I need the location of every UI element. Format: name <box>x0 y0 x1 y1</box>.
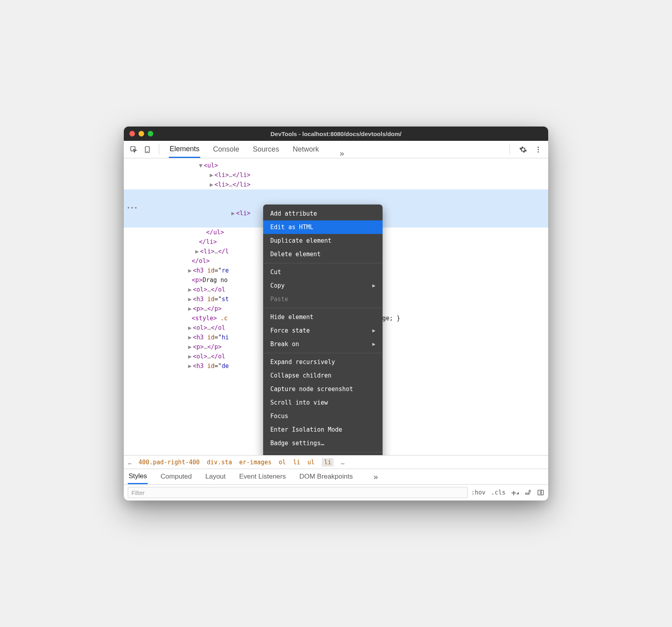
traffic-lights <box>129 131 153 136</box>
styles-toolbar: :hov .cls +◢ <box>124 485 548 500</box>
gear-icon[interactable] <box>517 144 529 156</box>
subtab-computed[interactable]: Computed <box>160 469 192 484</box>
ctx-store-global-variable[interactable]: Store as global variable <box>263 454 383 455</box>
tabs-overflow-icon[interactable]: » <box>340 149 344 158</box>
subtabs-overflow-icon[interactable]: » <box>373 472 378 481</box>
breadcrumb-item-selected[interactable]: li <box>322 458 334 467</box>
elements-tree[interactable]: ▼<ul> ▶<li>…</li> ▶<li>…</li> ••• ▶<li> … <box>124 158 548 455</box>
tab-elements[interactable]: Elements <box>169 141 200 158</box>
context-menu: Add attribute Edit as HTML Duplicate ele… <box>263 204 383 455</box>
toolbar-separator <box>510 144 510 155</box>
ctx-copy-label: Copy <box>270 281 285 290</box>
ctx-duplicate-element[interactable]: Duplicate element <box>263 234 383 247</box>
cls-button[interactable]: .cls <box>491 489 506 496</box>
breadcrumb-overflow-right[interactable]: … <box>341 459 344 466</box>
brush-icon[interactable] <box>524 489 531 496</box>
ctx-break-on[interactable]: Break on▶ <box>263 337 383 351</box>
minimize-icon[interactable] <box>139 131 144 136</box>
window-title: DevTools - localhost:8080/docs/devtools/… <box>124 130 548 137</box>
svg-point-3 <box>537 146 539 148</box>
ctx-badge-settings[interactable]: Badge settings… <box>263 436 383 450</box>
ctx-paste: Paste <box>263 292 383 306</box>
breadcrumb-item[interactable]: er-images <box>239 459 272 466</box>
main-tabs: Elements Console Sources Network » <box>169 141 344 158</box>
ctx-delete-element[interactable]: Delete element <box>263 247 383 261</box>
ctx-separator <box>263 263 383 263</box>
svg-rect-6 <box>538 490 543 495</box>
breadcrumb-overflow-left[interactable]: … <box>128 459 131 466</box>
ctx-scroll-into-view[interactable]: Scroll into view <box>263 396 383 409</box>
ctx-separator <box>263 353 383 353</box>
ellipsis-icon: ••• <box>127 204 138 212</box>
ctx-add-attribute[interactable]: Add attribute <box>263 207 383 220</box>
svg-point-5 <box>537 151 539 152</box>
device-icon[interactable] <box>141 144 153 156</box>
ctx-separator <box>263 452 383 452</box>
breadcrumb: … 400.pad-right-400 div.sta er-images ol… <box>124 455 548 469</box>
filter-input[interactable] <box>128 487 468 498</box>
ctx-capture-node-screenshot[interactable]: Capture node screenshot <box>263 382 383 396</box>
breadcrumb-item[interactable]: ul <box>307 459 315 466</box>
ctx-break-on-label: Break on <box>270 339 299 349</box>
breadcrumb-item[interactable]: 400.pad-right-400 <box>139 459 200 466</box>
ctx-expand-recursively[interactable]: Expand recursively <box>263 355 383 369</box>
new-rule-icon[interactable]: +◢ <box>511 488 519 498</box>
kebab-icon[interactable] <box>532 144 544 156</box>
subtab-styles[interactable]: Styles <box>128 469 148 484</box>
maximize-icon[interactable] <box>148 131 153 136</box>
chevron-right-icon: ▶ <box>372 340 375 349</box>
computed-panel-icon[interactable] <box>537 489 544 496</box>
ctx-separator <box>263 308 383 308</box>
ctx-force-state-label: Force state <box>270 326 310 335</box>
tab-network[interactable]: Network <box>292 141 320 158</box>
ctx-focus[interactable]: Focus <box>263 409 383 423</box>
ctx-copy[interactable]: Copy▶ <box>263 279 383 292</box>
subtab-event-listeners[interactable]: Event Listeners <box>238 469 287 484</box>
ctx-hide-element[interactable]: Hide element <box>263 310 383 324</box>
breadcrumb-item[interactable]: ol <box>279 459 286 466</box>
main-toolbar: Elements Console Sources Network » <box>124 141 548 158</box>
ctx-edit-as-html[interactable]: Edit as HTML <box>263 220 383 234</box>
chevron-right-icon: ▶ <box>372 282 375 290</box>
window-titlebar: DevTools - localhost:8080/docs/devtools/… <box>124 127 548 141</box>
svg-point-4 <box>537 149 539 150</box>
ctx-collapse-children[interactable]: Collapse children <box>263 369 383 382</box>
subtab-layout[interactable]: Layout <box>205 469 227 484</box>
close-icon[interactable] <box>129 131 135 136</box>
ctx-cut[interactable]: Cut <box>263 265 383 279</box>
subtab-dom-breakpoints[interactable]: DOM Breakpoints <box>299 469 354 484</box>
chevron-right-icon: ▶ <box>372 327 375 335</box>
ctx-force-state[interactable]: Force state▶ <box>263 324 383 337</box>
breadcrumb-item[interactable]: li <box>293 459 300 466</box>
tab-console[interactable]: Console <box>212 141 240 158</box>
inspect-icon[interactable] <box>128 144 140 156</box>
hov-button[interactable]: :hov <box>471 489 485 496</box>
devtools-window: DevTools - localhost:8080/docs/devtools/… <box>124 127 548 500</box>
toolbar-separator <box>159 144 159 155</box>
tab-sources[interactable]: Sources <box>252 141 280 158</box>
styles-subtabs: Styles Computed Layout Event Listeners D… <box>124 469 548 485</box>
breadcrumb-item[interactable]: div.sta <box>207 459 232 466</box>
ctx-enter-isolation-mode[interactable]: Enter Isolation Mode <box>263 423 383 436</box>
